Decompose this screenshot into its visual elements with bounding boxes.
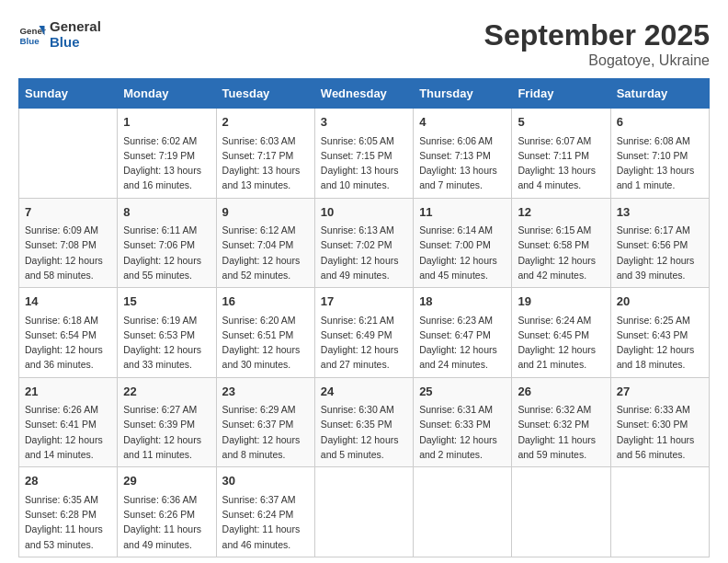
day-number: 6	[617, 113, 703, 132]
day-number: 1	[123, 113, 210, 132]
day-cell: 24 Sunrise: 6:30 AMSunset: 6:35 PMDaylig…	[314, 377, 413, 467]
day-number: 11	[419, 203, 506, 222]
day-number: 8	[123, 203, 210, 222]
day-number: 24	[321, 383, 407, 401]
day-info: Sunrise: 6:36 AMSunset: 6:26 PMDaylight:…	[123, 492, 210, 552]
day-number: 4	[419, 113, 506, 132]
days-header-row: SundayMondayTuesdayWednesdayThursdayFrid…	[19, 79, 710, 109]
calendar-table: SundayMondayTuesdayWednesdayThursdayFrid…	[18, 78, 710, 557]
day-cell: 11 Sunrise: 6:14 AMSunset: 7:00 PMDaylig…	[414, 198, 512, 288]
day-info: Sunrise: 6:03 AMSunset: 7:17 PMDaylight:…	[222, 133, 309, 193]
day-cell: 3 Sunrise: 6:05 AMSunset: 7:15 PMDayligh…	[314, 109, 413, 199]
svg-text:Blue: Blue	[20, 36, 40, 46]
day-info: Sunrise: 6:08 AMSunset: 7:10 PMDaylight:…	[617, 133, 703, 193]
logo-line1: General	[50, 18, 101, 34]
day-number: 14	[25, 293, 111, 311]
day-info: Sunrise: 6:02 AMSunset: 7:19 PMDaylight:…	[123, 133, 210, 193]
day-cell: 21 Sunrise: 6:26 AMSunset: 6:41 PMDaylig…	[19, 377, 118, 467]
day-header-sunday: Sunday	[19, 79, 118, 109]
day-cell	[314, 467, 413, 557]
day-cell: 6 Sunrise: 6:08 AMSunset: 7:10 PMDayligh…	[610, 109, 709, 199]
day-number: 16	[222, 293, 309, 311]
day-info: Sunrise: 6:19 AMSunset: 6:53 PMDaylight:…	[123, 313, 210, 373]
day-cell	[610, 467, 709, 557]
day-number: 29	[123, 472, 210, 490]
day-info: Sunrise: 6:33 AMSunset: 6:30 PMDaylight:…	[617, 402, 703, 462]
day-info: Sunrise: 6:29 AMSunset: 6:37 PMDaylight:…	[222, 402, 309, 462]
day-info: Sunrise: 6:06 AMSunset: 7:13 PMDaylight:…	[419, 133, 506, 193]
day-cell: 26 Sunrise: 6:32 AMSunset: 6:32 PMDaylig…	[512, 377, 610, 467]
day-cell: 4 Sunrise: 6:06 AMSunset: 7:13 PMDayligh…	[414, 109, 512, 199]
day-cell: 10 Sunrise: 6:13 AMSunset: 7:02 PMDaylig…	[314, 198, 413, 288]
day-number: 10	[321, 203, 407, 222]
month-title: September 2025	[484, 18, 710, 52]
day-cell: 16 Sunrise: 6:20 AMSunset: 6:51 PMDaylig…	[216, 288, 314, 378]
day-info: Sunrise: 6:27 AMSunset: 6:39 PMDaylight:…	[123, 402, 210, 462]
day-number: 5	[518, 113, 604, 132]
day-number: 22	[123, 383, 210, 401]
day-cell: 23 Sunrise: 6:29 AMSunset: 6:37 PMDaylig…	[216, 377, 314, 467]
day-info: Sunrise: 6:20 AMSunset: 6:51 PMDaylight:…	[222, 313, 309, 373]
day-info: Sunrise: 6:17 AMSunset: 6:56 PMDaylight:…	[617, 223, 703, 282]
day-header-saturday: Saturday	[610, 79, 709, 109]
day-info: Sunrise: 6:31 AMSunset: 6:33 PMDaylight:…	[419, 402, 506, 462]
day-number: 7	[25, 203, 111, 222]
day-cell: 13 Sunrise: 6:17 AMSunset: 6:56 PMDaylig…	[610, 198, 709, 288]
day-info: Sunrise: 6:18 AMSunset: 6:54 PMDaylight:…	[25, 313, 111, 373]
day-number: 9	[222, 203, 309, 222]
day-info: Sunrise: 6:12 AMSunset: 7:04 PMDaylight:…	[222, 223, 309, 282]
day-info: Sunrise: 6:23 AMSunset: 6:47 PMDaylight:…	[419, 313, 506, 373]
day-info: Sunrise: 6:11 AMSunset: 7:06 PMDaylight:…	[123, 223, 210, 282]
day-cell: 28 Sunrise: 6:35 AMSunset: 6:28 PMDaylig…	[19, 467, 118, 557]
day-cell: 8 Sunrise: 6:11 AMSunset: 7:06 PMDayligh…	[118, 198, 216, 288]
day-cell: 25 Sunrise: 6:31 AMSunset: 6:33 PMDaylig…	[414, 377, 512, 467]
day-number: 12	[518, 203, 604, 222]
day-info: Sunrise: 6:05 AMSunset: 7:15 PMDaylight:…	[321, 133, 407, 193]
day-header-thursday: Thursday	[414, 79, 512, 109]
day-info: Sunrise: 6:35 AMSunset: 6:28 PMDaylight:…	[25, 492, 111, 552]
day-cell: 22 Sunrise: 6:27 AMSunset: 6:39 PMDaylig…	[118, 377, 216, 467]
day-info: Sunrise: 6:32 AMSunset: 6:32 PMDaylight:…	[518, 402, 604, 462]
title-section: September 2025 Bogatoye, Ukraine	[484, 18, 710, 69]
day-info: Sunrise: 6:14 AMSunset: 7:00 PMDaylight:…	[419, 223, 506, 282]
day-number: 17	[321, 293, 407, 311]
day-cell	[512, 467, 610, 557]
day-number: 13	[617, 203, 703, 222]
day-cell: 17 Sunrise: 6:21 AMSunset: 6:49 PMDaylig…	[314, 288, 413, 378]
day-info: Sunrise: 6:09 AMSunset: 7:08 PMDaylight:…	[25, 223, 111, 282]
day-cell: 1 Sunrise: 6:02 AMSunset: 7:19 PMDayligh…	[118, 109, 216, 199]
day-info: Sunrise: 6:15 AMSunset: 6:58 PMDaylight:…	[518, 223, 604, 282]
day-number: 23	[222, 383, 309, 401]
day-info: Sunrise: 6:30 AMSunset: 6:35 PMDaylight:…	[321, 402, 407, 462]
day-cell: 27 Sunrise: 6:33 AMSunset: 6:30 PMDaylig…	[610, 377, 709, 467]
day-cell: 12 Sunrise: 6:15 AMSunset: 6:58 PMDaylig…	[512, 198, 610, 288]
day-number: 27	[617, 383, 703, 401]
day-cell: 7 Sunrise: 6:09 AMSunset: 7:08 PMDayligh…	[19, 198, 118, 288]
day-header-friday: Friday	[512, 79, 610, 109]
day-cell: 2 Sunrise: 6:03 AMSunset: 7:17 PMDayligh…	[216, 109, 314, 199]
day-number: 30	[222, 472, 309, 490]
day-number: 3	[321, 113, 407, 132]
week-row-4: 21 Sunrise: 6:26 AMSunset: 6:41 PMDaylig…	[19, 377, 710, 467]
day-info: Sunrise: 6:24 AMSunset: 6:45 PMDaylight:…	[518, 313, 604, 373]
day-header-wednesday: Wednesday	[314, 79, 413, 109]
day-cell: 9 Sunrise: 6:12 AMSunset: 7:04 PMDayligh…	[216, 198, 314, 288]
day-number: 26	[518, 383, 604, 401]
day-number: 15	[123, 293, 210, 311]
day-cell: 14 Sunrise: 6:18 AMSunset: 6:54 PMDaylig…	[19, 288, 118, 378]
day-info: Sunrise: 6:37 AMSunset: 6:24 PMDaylight:…	[222, 492, 309, 552]
day-cell: 30 Sunrise: 6:37 AMSunset: 6:24 PMDaylig…	[216, 467, 314, 557]
day-cell: 5 Sunrise: 6:07 AMSunset: 7:11 PMDayligh…	[512, 109, 610, 199]
logo: General Blue General Blue	[18, 18, 101, 51]
logo-line2: Blue	[50, 34, 101, 50]
day-header-monday: Monday	[118, 79, 216, 109]
day-info: Sunrise: 6:21 AMSunset: 6:49 PMDaylight:…	[321, 313, 407, 373]
week-row-5: 28 Sunrise: 6:35 AMSunset: 6:28 PMDaylig…	[19, 467, 710, 557]
day-number: 28	[25, 472, 111, 490]
day-number: 19	[518, 293, 604, 311]
week-row-3: 14 Sunrise: 6:18 AMSunset: 6:54 PMDaylig…	[19, 288, 710, 378]
location: Bogatoye, Ukraine	[484, 52, 710, 69]
page-header: General Blue General Blue September 2025…	[18, 18, 710, 69]
day-number: 18	[419, 293, 506, 311]
logo-icon: General Blue	[18, 20, 46, 48]
